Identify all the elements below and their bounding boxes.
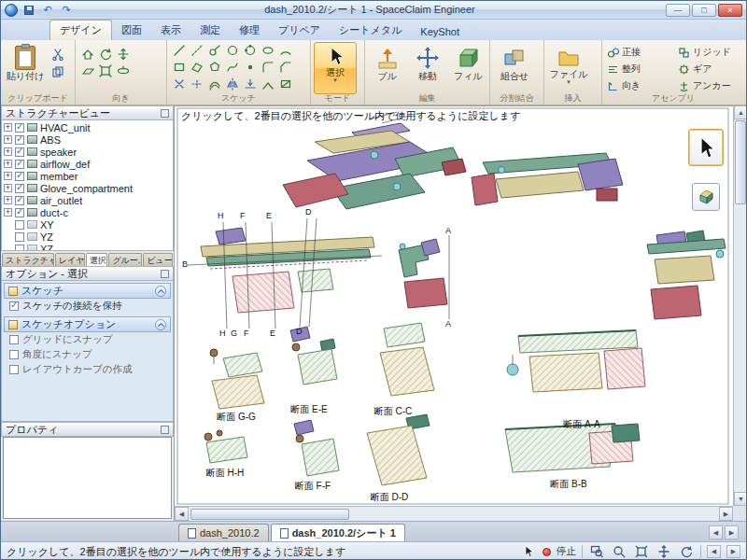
zoom-window-icon[interactable] bbox=[588, 544, 605, 559]
tab-keyshot[interactable]: KeyShot bbox=[411, 23, 469, 40]
view-side-right[interactable] bbox=[647, 231, 726, 319]
tree-item-yz-plane[interactable]: YZ bbox=[4, 231, 173, 243]
circle-icon[interactable] bbox=[223, 42, 241, 58]
tree-item-xz-plane[interactable]: XZ bbox=[4, 243, 173, 251]
tree-item-hvac-unit[interactable]: +HVAC_unit bbox=[4, 121, 173, 133]
move-button[interactable]: 移動 bbox=[408, 42, 446, 94]
pull-button[interactable]: プル bbox=[368, 42, 406, 94]
chamfer-icon[interactable] bbox=[276, 59, 294, 75]
ellipse-icon[interactable] bbox=[259, 42, 276, 58]
drawing-sheet[interactable] bbox=[175, 106, 733, 506]
visibility-checkbox[interactable] bbox=[15, 160, 24, 169]
point-icon[interactable] bbox=[241, 59, 259, 75]
option-keep-sketch-connection[interactable]: スケッチの接続を保持 bbox=[4, 299, 171, 314]
visibility-checkbox[interactable] bbox=[15, 196, 24, 205]
layout-curve-checkbox[interactable] bbox=[9, 365, 19, 374]
expand-icon[interactable]: + bbox=[4, 208, 12, 217]
offset-icon[interactable] bbox=[205, 76, 223, 91]
canvas-view-tool-button[interactable] bbox=[692, 183, 720, 211]
visibility-checkbox[interactable] bbox=[15, 172, 24, 181]
insert-file-button[interactable]: ファイル ▼ bbox=[547, 42, 590, 94]
visibility-checkbox[interactable] bbox=[15, 184, 24, 193]
drawing-canvas[interactable]: クリックして、2番目の選択を他のツール内で使用するように設定します bbox=[175, 105, 733, 506]
expand-icon[interactable]: + bbox=[4, 123, 12, 132]
split-icon[interactable] bbox=[188, 76, 205, 91]
visibility-checkbox[interactable] bbox=[15, 232, 24, 242]
tree-item-glove-compartment[interactable]: +Glove_compartment bbox=[4, 182, 173, 194]
scroll-left-button[interactable]: ◀ bbox=[175, 507, 189, 521]
undo-icon[interactable]: ↶ bbox=[40, 4, 55, 17]
polygon-icon[interactable] bbox=[205, 59, 223, 75]
scroll-down-button[interactable]: ▼ bbox=[734, 492, 747, 506]
rectangle-icon[interactable] bbox=[170, 59, 188, 75]
tab-design[interactable]: デザイン bbox=[49, 20, 112, 40]
minimize-button[interactable]: — bbox=[666, 4, 690, 17]
sketch-options-section-header[interactable]: スケッチオプション bbox=[4, 316, 171, 332]
tangent-button[interactable]: 正接 bbox=[605, 44, 674, 61]
combine-button[interactable]: 組合せ bbox=[493, 42, 536, 94]
tab-drawing[interactable]: 図面 bbox=[112, 21, 151, 40]
tab-scroll-right-button[interactable]: ▶ bbox=[725, 525, 739, 539]
collapse-chevron-icon[interactable] bbox=[155, 319, 166, 330]
gear-button[interactable]: ギア bbox=[676, 61, 745, 77]
zoom-icon[interactable] bbox=[611, 544, 627, 559]
section-view-a-a[interactable] bbox=[507, 330, 645, 392]
mirror-icon[interactable] bbox=[223, 76, 241, 91]
tangent-line-icon[interactable] bbox=[205, 42, 223, 58]
three-point-circle-icon[interactable] bbox=[241, 42, 259, 58]
tab-scroll-left-button[interactable]: ◀ bbox=[709, 525, 723, 539]
line-icon[interactable] bbox=[170, 42, 188, 58]
tab-repair[interactable]: 修理 bbox=[230, 21, 269, 40]
pin-icon[interactable] bbox=[161, 426, 169, 434]
tab-sheetmetal[interactable]: シートメタル bbox=[330, 21, 411, 40]
section-view-f-f[interactable] bbox=[294, 420, 339, 476]
spin-icon[interactable] bbox=[678, 544, 695, 559]
bend-icon[interactable] bbox=[259, 76, 276, 91]
view-rotate-icon[interactable] bbox=[114, 63, 132, 78]
construction-line-icon[interactable] bbox=[188, 42, 205, 58]
pan-icon[interactable] bbox=[655, 544, 672, 559]
panel-tab-selection[interactable]: 選択 bbox=[86, 253, 108, 266]
zoom-fit-icon[interactable] bbox=[633, 544, 650, 559]
tab-display[interactable]: 表示 bbox=[151, 21, 190, 40]
fillet-icon[interactable] bbox=[259, 59, 276, 75]
snap-grid-checkbox[interactable] bbox=[9, 335, 19, 344]
copy-icon[interactable] bbox=[49, 63, 66, 79]
tab-prepare[interactable]: プリペア bbox=[269, 21, 330, 40]
redo-icon[interactable]: ↷ bbox=[59, 4, 74, 17]
option-create-layout-curve[interactable]: レイアウトカーブの作成 bbox=[4, 362, 171, 377]
view-side-left[interactable] bbox=[188, 218, 382, 329]
visibility-checkbox[interactable] bbox=[15, 208, 24, 217]
expand-icon[interactable]: + bbox=[4, 196, 12, 204]
vertical-scroll-thumb[interactable] bbox=[735, 120, 746, 204]
stop-indicator-icon[interactable] bbox=[543, 548, 551, 556]
option-snap-to-grid[interactable]: グリッドにスナップ bbox=[4, 332, 171, 347]
trim-icon[interactable] bbox=[170, 76, 188, 91]
close-button[interactable]: × bbox=[718, 4, 742, 17]
expand-icon[interactable]: + bbox=[4, 172, 12, 180]
sketch-section-header[interactable]: スケッチ bbox=[4, 283, 171, 299]
align-button[interactable]: 整列 bbox=[605, 61, 674, 77]
document-tab-sheet1[interactable]: dash_2010.2/シート 1 bbox=[271, 524, 405, 541]
zoom-extents-icon[interactable] bbox=[96, 63, 114, 78]
tree-item-speaker[interactable]: +speaker bbox=[4, 146, 173, 158]
project-icon[interactable] bbox=[241, 76, 259, 91]
document-tab-model[interactable]: dash_2010.2 bbox=[178, 524, 269, 541]
panel-tab-views[interactable]: ビュー bbox=[143, 253, 173, 266]
expand-icon[interactable]: + bbox=[4, 184, 12, 192]
cut-icon[interactable] bbox=[49, 46, 66, 62]
tree-item-member[interactable]: +member bbox=[4, 170, 173, 182]
tree-item-xy-plane[interactable]: XY bbox=[4, 218, 173, 231]
tree-item-air-outlet[interactable]: +air_outlet bbox=[4, 194, 173, 206]
properties-panel-body[interactable] bbox=[3, 437, 172, 519]
tree-item-abs[interactable]: +ABS bbox=[4, 133, 173, 146]
expand-icon[interactable]: + bbox=[4, 160, 12, 168]
tree-item-duct-c[interactable]: +duct-c bbox=[4, 206, 173, 218]
home-view-icon[interactable] bbox=[78, 46, 96, 62]
visibility-checkbox[interactable] bbox=[15, 147, 24, 157]
scroll-up-button[interactable]: ▲ bbox=[734, 105, 747, 119]
scroll-right-button[interactable]: ▶ bbox=[719, 507, 733, 521]
visibility-checkbox[interactable] bbox=[15, 135, 24, 145]
section-view-h-h[interactable] bbox=[204, 430, 247, 463]
collapse-chevron-icon[interactable] bbox=[155, 286, 166, 297]
